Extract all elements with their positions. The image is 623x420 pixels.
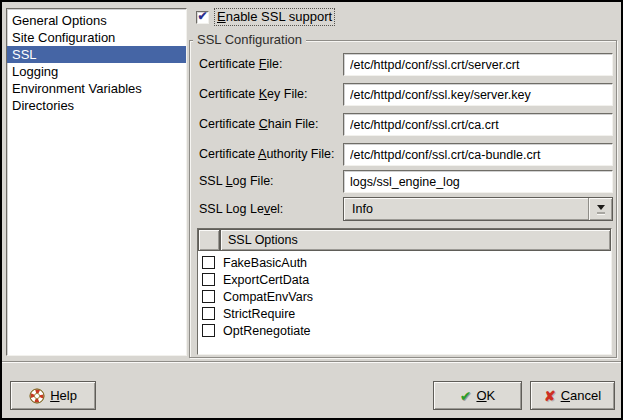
fakebasicauth-checkbox[interactable] [202, 256, 215, 269]
sidebar-item-environment-variables[interactable]: Environment Variables [7, 80, 186, 97]
chevron-down-icon [597, 205, 605, 210]
exportcertdata-checkbox[interactable] [202, 273, 215, 286]
ssl-log-file-label: SSL Log File: [199, 174, 274, 188]
frame-title: SSL Configuration [193, 32, 306, 47]
category-list: General Options Site Configuration SSL L… [6, 8, 187, 356]
enable-ssl-checkbox-row[interactable]: ✔ Enable SSL support [196, 8, 335, 26]
checkbox-column-header[interactable] [198, 229, 220, 251]
ssl-log-file-input[interactable] [343, 170, 613, 193]
ssl-options-table: SSL Options FakeBasicAuth ExportCertData… [197, 228, 612, 355]
check-icon: ✔ [460, 389, 472, 403]
option-label: ExportCertData [223, 273, 309, 287]
optrenegotiate-checkbox[interactable] [202, 324, 215, 337]
lifebuoy-icon [29, 388, 45, 404]
option-label: StrictRequire [223, 307, 295, 321]
certificate-file-label: Certificate File: [199, 57, 282, 71]
ok-button-label: OK [476, 388, 495, 403]
sidebar-item-site-configuration[interactable]: Site Configuration [7, 29, 186, 46]
table-row-fakebasicauth[interactable]: FakeBasicAuth [198, 254, 611, 271]
certificate-key-file-label: Certificate Key File: [199, 87, 307, 101]
sidebar-item-general-options[interactable]: General Options [7, 12, 186, 29]
x-icon: ✘ [544, 389, 556, 403]
enable-ssl-checkbox[interactable]: ✔ [196, 11, 209, 24]
sidebar-item-ssl[interactable]: SSL [7, 46, 186, 63]
combo-arrow-bar [597, 212, 605, 214]
certificate-chain-file-label: Certificate Chain File: [199, 117, 319, 131]
table-row-compatenvvars[interactable]: CompatEnvVars [198, 288, 611, 305]
ok-button[interactable]: ✔ OK [433, 381, 522, 410]
table-row-exportcertdata[interactable]: ExportCertData [198, 271, 611, 288]
certificate-authority-file-input[interactable] [343, 143, 613, 166]
option-label: FakeBasicAuth [223, 256, 307, 270]
table-row-optrenegotiate[interactable]: OptRenegotiate [198, 322, 611, 339]
combo-arrow-zone[interactable] [588, 198, 612, 220]
strictrequire-checkbox[interactable] [202, 307, 215, 320]
enable-ssl-label: Enable SSL support [214, 8, 335, 26]
ssl-options-column-header[interactable]: SSL Options [220, 229, 611, 251]
ssl-configuration-window: General Options Site Configuration SSL L… [0, 0, 623, 420]
bottom-separator [2, 361, 621, 363]
sidebar-item-directories[interactable]: Directories [7, 97, 186, 114]
table-row-strictrequire[interactable]: StrictRequire [198, 305, 611, 322]
option-label: OptRenegotiate [223, 324, 311, 338]
ssl-log-level-value: Info [344, 202, 588, 216]
ssl-options-table-body: FakeBasicAuth ExportCertData CompatEnvVa… [198, 251, 611, 339]
certificate-authority-file-label: Certificate Authority File: [199, 147, 335, 161]
cancel-button[interactable]: ✘ Cancel [530, 381, 615, 410]
certificate-file-input[interactable] [343, 53, 613, 76]
option-label: CompatEnvVars [223, 290, 313, 304]
help-button-label: Help [50, 388, 77, 403]
ssl-options-table-header: SSL Options [198, 229, 611, 251]
compatenvvars-checkbox[interactable] [202, 290, 215, 303]
certificate-key-file-input[interactable] [343, 83, 613, 106]
certificate-chain-file-input[interactable] [343, 113, 613, 136]
ssl-log-level-dropdown[interactable]: Info [343, 197, 613, 221]
sidebar-item-logging[interactable]: Logging [7, 63, 186, 80]
help-button[interactable]: Help [10, 381, 96, 410]
cancel-button-label: Cancel [561, 388, 601, 403]
checkmark-icon: ✔ [197, 11, 207, 21]
ssl-log-level-label: SSL Log Level: [199, 202, 283, 216]
